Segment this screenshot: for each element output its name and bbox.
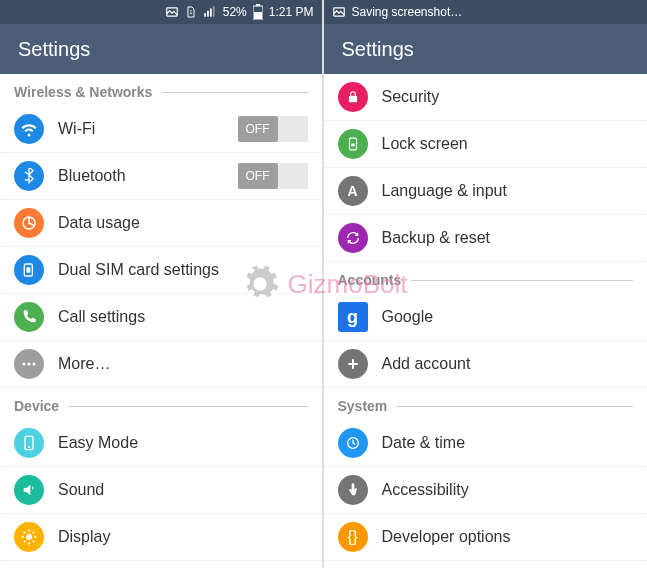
row-lock-screen[interactable]: Lock screen (324, 121, 648, 168)
status-bar: 1 52% 1:21 PM (0, 0, 322, 24)
row-more[interactable]: More… (0, 341, 322, 388)
gallery-icon (165, 5, 179, 19)
developer-label: Developer options (382, 528, 634, 546)
row-storage[interactable]: Storage (0, 561, 322, 568)
svg-rect-30 (351, 143, 355, 146)
lock-icon (338, 82, 368, 112)
svg-line-23 (33, 541, 35, 543)
title-bar: Settings (0, 24, 322, 74)
row-accessibility[interactable]: Accessibility (324, 467, 648, 514)
plus-icon (338, 349, 368, 379)
saving-text: Saving screenshot… (352, 5, 463, 19)
hand-icon (338, 475, 368, 505)
svg-rect-28 (348, 96, 356, 102)
language-label: Language & input (382, 182, 634, 200)
dual-sim-label: Dual SIM card settings (58, 261, 308, 279)
more-icon (14, 349, 44, 379)
row-call-settings[interactable]: Call settings (0, 294, 322, 341)
row-sound[interactable]: Sound (0, 467, 322, 514)
svg-rect-2 (204, 13, 206, 17)
date-time-label: Date & time (382, 434, 634, 452)
section-system: System (324, 388, 648, 420)
status-bar: Saving screenshot… (324, 0, 648, 24)
battery-icon (253, 4, 263, 20)
developer-icon: {} (338, 522, 368, 552)
section-wireless-networks: Wireless & Networks (0, 74, 322, 106)
row-data-usage[interactable]: Data usage (0, 200, 322, 247)
svg-line-24 (24, 541, 26, 543)
section-accounts: Accounts (324, 262, 648, 294)
call-label: Call settings (58, 308, 308, 326)
more-label: More… (58, 355, 308, 373)
svg-rect-7 (256, 4, 260, 6)
bluetooth-icon (14, 161, 44, 191)
display-label: Display (58, 528, 308, 546)
sound-label: Sound (58, 481, 308, 499)
svg-point-17 (26, 534, 32, 540)
accessibility-label: Accessibility (382, 481, 634, 499)
page-title: Settings (18, 38, 90, 61)
svg-rect-5 (213, 6, 215, 17)
phone-icon (14, 302, 44, 332)
row-google[interactable]: g Google (324, 294, 648, 341)
signal-icon (203, 5, 217, 19)
sound-icon (14, 475, 44, 505)
row-wifi[interactable]: Wi-Fi OFF (0, 106, 322, 153)
row-developer[interactable]: {} Developer options (324, 514, 648, 561)
row-easy-mode[interactable]: Easy Mode (0, 420, 322, 467)
svg-rect-11 (26, 267, 30, 272)
sim-icon: 1 (185, 5, 197, 19)
row-display[interactable]: Display (0, 514, 322, 561)
section-device: Device (0, 388, 322, 420)
language-icon: A (338, 176, 368, 206)
settings-list[interactable]: Security Lock screen A Language & input … (324, 74, 648, 568)
bluetooth-label: Bluetooth (58, 167, 224, 185)
easy-mode-label: Easy Mode (58, 434, 308, 452)
title-bar: Settings (324, 24, 648, 74)
add-account-label: Add account (382, 355, 634, 373)
svg-rect-3 (207, 11, 209, 17)
settings-screen-left: 1 52% 1:21 PM Settings Wireless & Networ… (0, 0, 324, 568)
google-label: Google (382, 308, 634, 326)
row-security[interactable]: Security (324, 74, 648, 121)
google-icon: g (338, 302, 368, 332)
dual-sim-icon (14, 255, 44, 285)
row-backup[interactable]: Backup & reset (324, 215, 648, 262)
svg-rect-4 (210, 9, 212, 17)
page-title: Settings (342, 38, 414, 61)
gallery-icon (332, 5, 346, 19)
svg-text:1: 1 (189, 9, 192, 15)
lock-screen-icon (338, 129, 368, 159)
backup-icon (338, 223, 368, 253)
easy-mode-icon (14, 428, 44, 458)
settings-screen-right: Saving screenshot… Settings Security Loc… (324, 0, 648, 568)
svg-point-13 (28, 363, 31, 366)
svg-point-16 (28, 446, 30, 448)
row-language[interactable]: A Language & input (324, 168, 648, 215)
row-date-time[interactable]: Date & time (324, 420, 648, 467)
data-usage-icon (14, 208, 44, 238)
row-dual-sim[interactable]: Dual SIM card settings (0, 247, 322, 294)
svg-rect-8 (254, 12, 262, 19)
clock-icon (338, 428, 368, 458)
row-add-account[interactable]: Add account (324, 341, 648, 388)
lock-screen-label: Lock screen (382, 135, 634, 153)
wifi-icon (14, 114, 44, 144)
svg-line-25 (33, 532, 35, 534)
svg-line-22 (24, 532, 26, 534)
backup-label: Backup & reset (382, 229, 634, 247)
svg-point-12 (23, 363, 26, 366)
display-icon (14, 522, 44, 552)
row-bluetooth[interactable]: Bluetooth OFF (0, 153, 322, 200)
bluetooth-toggle[interactable]: OFF (238, 163, 308, 189)
battery-percent: 52% (223, 5, 247, 19)
wifi-label: Wi-Fi (58, 120, 224, 138)
row-about[interactable]: About (324, 561, 648, 568)
clock-text: 1:21 PM (269, 5, 314, 19)
svg-point-14 (33, 363, 36, 366)
settings-list[interactable]: Wireless & Networks Wi-Fi OFF Bluetooth … (0, 74, 322, 568)
security-label: Security (382, 88, 634, 106)
data-usage-label: Data usage (58, 214, 308, 232)
wifi-toggle[interactable]: OFF (238, 116, 308, 142)
